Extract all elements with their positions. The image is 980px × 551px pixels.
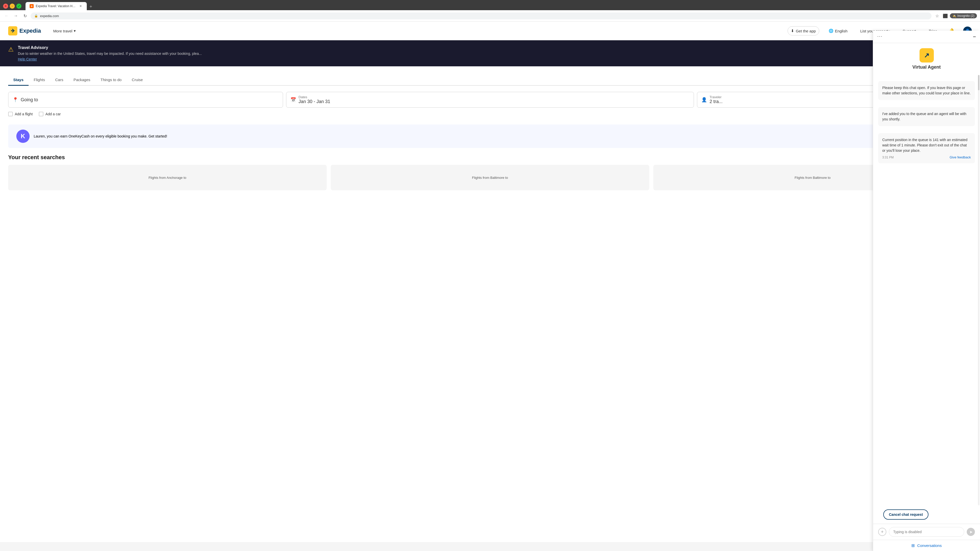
va-message-keep-open: Please keep this chat open. If you leave… (878, 81, 975, 100)
search-section: Stays Flights Cars Packages Things to do… (0, 66, 980, 124)
virtual-agent-panel: ⋮ − ↗ Virtual Agent Please keep this cha… (873, 30, 980, 542)
expedia-header: ✈ Expedia More travel ▾ ⬇ Get the app 🌐 … (0, 22, 980, 40)
going-to-input[interactable]: 📍 Going to (8, 92, 283, 108)
va-messages-area: Please keep this chat open. If you leave… (873, 75, 980, 505)
browser-window-controls[interactable]: ✕ − ⤢ (3, 3, 21, 9)
va-header-row: ⋮ − (873, 30, 980, 43)
dates-input[interactable]: 📅 Dates Jan 30 - Jan 31 (286, 92, 694, 108)
va-message-position: Current position in the queue is 141 wit… (878, 133, 975, 163)
onekey-banner: K Lauren, you can earn OneKeyCash on eve… (8, 124, 972, 148)
tab-things-to-do[interactable]: Things to do (95, 75, 127, 86)
va-timestamp: 3:31 PM (882, 156, 894, 159)
va-message-footer: 3:31 PM Give feedback (882, 156, 971, 159)
recent-searches-cards: Flights from Anchorage to Flights from B… (8, 165, 972, 190)
more-travel-label: More travel (53, 29, 72, 33)
active-tab[interactable]: ✈ Expedia Travel: Vacation Home... ✕ (25, 2, 87, 10)
travelers-value: 2 tra... (710, 99, 722, 104)
tab-cruise[interactable]: Cruise (127, 75, 148, 86)
browser-chrome: ✕ − ⤢ ✈ Expedia Travel: Vacation Home...… (0, 0, 980, 22)
traveler-icon: 👤 (701, 97, 707, 103)
travel-advisory-banner: ⚠ Travel Advisory Due to winter weather … (0, 40, 980, 66)
expedia-logo-text: Expedia (19, 27, 41, 34)
avatar-letter: K (21, 133, 25, 140)
va-message-queue: I've added you to the queue and an agent… (878, 107, 975, 126)
travelers-label: Traveler (710, 95, 722, 99)
get-app-button[interactable]: ⬇ Get the app (788, 26, 819, 35)
back-button[interactable]: ← (3, 12, 10, 19)
recent-searches-title: Your recent searches (8, 154, 972, 161)
calendar-icon: 📅 (290, 97, 296, 103)
window-minimize-button[interactable]: − (10, 3, 15, 9)
get-app-label: Get the app (796, 29, 816, 33)
va-message-input[interactable] (889, 527, 964, 537)
advisory-title: Travel Advisory (18, 45, 202, 50)
window-close-button[interactable]: ✕ (3, 3, 8, 9)
forward-button[interactable]: → (12, 12, 19, 19)
tab-cars[interactable]: Cars (50, 75, 68, 86)
language-button[interactable]: 🌐 English (825, 26, 851, 35)
va-input-area: + ➤ (873, 524, 980, 540)
toolbar-actions: ☆ ⬛ 🕵 Incognito (2) (934, 12, 977, 19)
va-conversations-bar[interactable]: ⊞ Conversations (873, 540, 980, 542)
scrollbar-track[interactable] (978, 75, 980, 505)
advisory-content: Travel Advisory Due to winter weather in… (18, 45, 202, 61)
va-cancel-area: Cancel chat request (873, 505, 980, 524)
add-flight-checkbox-box (8, 112, 13, 116)
add-car-label: Add a car (45, 112, 61, 116)
incognito-label: Incognito (2) (957, 14, 974, 17)
recent-search-card-2[interactable]: Flights from Baltimore to (331, 165, 649, 190)
address-bar[interactable]: 🔒 expedia.com (30, 13, 932, 19)
search-checkboxes: Add a flight Add a car (8, 112, 972, 116)
advisory-text: Due to winter weather in the United Stat… (18, 52, 202, 56)
download-icon: ⬇ (791, 29, 794, 33)
going-to-field: Going to (21, 97, 38, 103)
recent-search-text-2: Flights from Baltimore to (468, 171, 512, 184)
give-feedback-link[interactable]: Give feedback (950, 156, 971, 159)
add-car-checkbox-box (39, 112, 43, 116)
va-send-button[interactable]: ➤ (967, 528, 975, 536)
tab-close-button[interactable]: ✕ (79, 4, 83, 8)
search-tabs: Stays Flights Cars Packages Things to do… (8, 75, 972, 86)
more-travel-chevron-icon: ▾ (74, 29, 76, 33)
va-minimize-button[interactable]: − (973, 34, 976, 40)
address-text: expedia.com (40, 14, 59, 18)
incognito-badge: 🕵 Incognito (2) (950, 13, 977, 18)
add-flight-label: Add a flight (15, 112, 33, 116)
search-inputs-row: 📍 Going to 📅 Dates Jan 30 - Jan 31 👤 Tra… (8, 92, 972, 108)
page-content: ✈ Expedia More travel ▾ ⬇ Get the app 🌐 … (0, 22, 980, 542)
add-flight-checkbox[interactable]: Add a flight (8, 112, 33, 116)
tab-packages[interactable]: Packages (68, 75, 95, 86)
going-to-value: Going to (21, 97, 38, 103)
cancel-chat-request-button[interactable]: Cancel chat request (883, 510, 928, 519)
onekey-avatar: K (16, 130, 30, 143)
va-menu-dots[interactable]: ⋮ (877, 34, 883, 40)
tab-title: Expedia Travel: Vacation Home... (36, 4, 76, 8)
recent-search-card-1[interactable]: Flights from Anchorage to (8, 165, 327, 190)
add-car-checkbox[interactable]: Add a car (39, 112, 61, 116)
dates-field: Dates Jan 30 - Jan 31 (299, 95, 330, 104)
recent-search-text-1: Flights from Anchorage to (145, 171, 190, 184)
va-add-attachment-button[interactable]: + (878, 528, 886, 536)
location-icon: 📍 (13, 97, 18, 103)
bookmark-button[interactable]: ☆ (934, 12, 941, 19)
dates-label: Dates (299, 95, 330, 99)
recent-search-text-3: Flights from Baltimore to (791, 171, 835, 184)
va-agent-header: ↗ Virtual Agent (873, 43, 980, 75)
scrollbar-thumb[interactable] (978, 75, 980, 90)
dates-value: Jan 30 - Jan 31 (299, 99, 330, 104)
extensions-button[interactable]: ⬛ (942, 12, 949, 19)
tab-flights[interactable]: Flights (29, 75, 50, 86)
expedia-logo[interactable]: ✈ Expedia (8, 26, 41, 35)
language-label: English (835, 29, 848, 33)
help-center-link[interactable]: Help Center (18, 57, 37, 61)
expedia-logo-icon: ✈ (8, 26, 18, 35)
travelers-field: Traveler 2 tra... (710, 95, 722, 104)
refresh-button[interactable]: ↻ (21, 12, 29, 19)
va-position-text: Current position in the queue is 141 wit… (882, 137, 971, 153)
tab-stays[interactable]: Stays (8, 75, 29, 86)
window-maximize-button[interactable]: ⤢ (16, 3, 21, 9)
globe-icon: 🌐 (829, 29, 834, 33)
va-title: Virtual Agent (912, 65, 941, 70)
more-travel-button[interactable]: More travel ▾ (51, 27, 78, 35)
new-tab-button[interactable]: + (87, 3, 94, 10)
